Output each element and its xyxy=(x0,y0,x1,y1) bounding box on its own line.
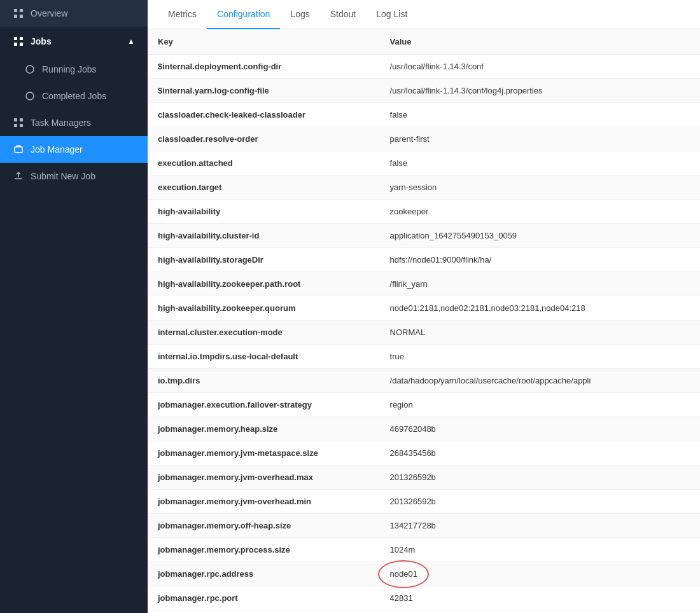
config-key-cell: jobmanager.memory.heap.size xyxy=(148,417,380,441)
config-key-cell: $internal.yarn.log-config-file xyxy=(148,79,380,103)
config-value-cell: false xyxy=(380,103,700,127)
config-value-cell: /flink_yarn xyxy=(380,272,700,296)
table-row: high-availability.zookeeper.path.root/fl… xyxy=(148,272,700,296)
config-value-cell: application_1642755490153_0059 xyxy=(380,224,700,248)
config-key-cell: jobmanager.memory.jvm-overhead.max xyxy=(148,465,380,490)
table-row: $internal.deployment.config-dir/usr/loca… xyxy=(148,55,700,79)
col-header-value: Value xyxy=(380,29,700,55)
sidebar-item-overview[interactable]: Overview xyxy=(0,0,148,27)
config-key-cell: high-availability.cluster-id xyxy=(148,224,380,248)
sidebar-label-running-jobs: Running Jobs xyxy=(42,64,97,74)
grid-icon xyxy=(13,8,24,19)
tabs-bar: MetricsConfigurationLogsStdoutLog List xyxy=(148,0,700,29)
config-value-cell: 469762048b xyxy=(380,417,700,441)
config-value-cell: yarn-session xyxy=(380,176,700,200)
sidebar-item-task-managers[interactable]: Task Managers xyxy=(0,109,148,136)
table-row: jobmanager.memory.jvm-metaspace.size2684… xyxy=(148,441,700,465)
sidebar-label-job-manager: Job Manager xyxy=(31,144,83,155)
svg-rect-10 xyxy=(14,118,17,121)
config-value-cell: 134217728b xyxy=(380,514,700,538)
config-key-cell: jobmanager.memory.jvm-overhead.min xyxy=(148,490,380,514)
circle-icon xyxy=(24,64,36,75)
sidebar-label-completed-jobs: Completed Jobs xyxy=(42,91,106,101)
table-row: jobmanager.memory.jvm-overhead.max201326… xyxy=(148,465,700,490)
svg-rect-7 xyxy=(20,43,23,46)
svg-rect-12 xyxy=(14,124,17,127)
sidebar-label-task-managers: Task Managers xyxy=(31,118,91,128)
svg-rect-2 xyxy=(14,15,17,18)
tab-configuration[interactable]: Configuration xyxy=(207,0,280,29)
config-key-cell: $internal.deployment.config-dir xyxy=(148,55,380,79)
svg-rect-13 xyxy=(20,124,23,127)
sidebar-item-job-manager[interactable]: Job Manager xyxy=(0,136,148,163)
table-row: internal.cluster.execution-modeNORMAL xyxy=(148,320,700,345)
config-key-cell: classloader.check-leaked-classloader xyxy=(148,103,380,127)
config-value-cell: false xyxy=(380,151,700,176)
tab-logs[interactable]: Logs xyxy=(280,0,319,29)
config-value-cell: 201326592b xyxy=(380,465,700,490)
config-value-cell: region xyxy=(380,393,700,417)
svg-rect-1 xyxy=(20,9,23,12)
sidebar-item-jobs[interactable]: Jobs▲ xyxy=(0,27,148,56)
config-key-cell: classloader.resolve-order xyxy=(148,127,380,151)
jobs-arrow-icon: ▲ xyxy=(127,37,135,46)
config-key-cell: high-availability.storageDir xyxy=(148,248,380,272)
table-row: $internal.yarn.log-config-file/usr/local… xyxy=(148,79,700,103)
sidebar-item-submit-new-job[interactable]: Submit New Job xyxy=(0,163,148,189)
config-value-cell: 201326592b xyxy=(380,490,700,514)
highlighted-value: node01 xyxy=(390,569,417,579)
list-icon xyxy=(13,36,24,47)
sidebar-item-completed-jobs[interactable]: Completed Jobs xyxy=(0,83,148,109)
config-key-cell: jobmanager.memory.process.size xyxy=(148,538,380,562)
sidebar-label-overview: Overview xyxy=(31,8,67,18)
table-row: jobmanager.memory.off-heap.size134217728… xyxy=(148,514,700,538)
sidebar: OverviewJobs▲Running JobsCompleted JobsT… xyxy=(0,0,148,613)
table-row: jobmanager.memory.process.size1024m xyxy=(148,538,700,562)
table-row: high-availability.storageDirhdfs://node0… xyxy=(148,248,700,272)
config-value-cell: hdfs://node01:9000/flink/ha/ xyxy=(380,248,700,272)
table-row: io.tmp.dirs/data/hadoop/yarn/local/userc… xyxy=(148,369,700,393)
config-key-cell: high-availability.zookeeper.quorum xyxy=(148,296,380,320)
config-value-cell: 268435456b xyxy=(380,441,700,465)
main-content: MetricsConfigurationLogsStdoutLog List K… xyxy=(148,0,700,613)
svg-rect-4 xyxy=(14,37,17,40)
circle-icon xyxy=(24,90,36,102)
config-value-cell: 1024m xyxy=(380,538,700,562)
config-value-cell: node01 xyxy=(380,562,700,586)
upload-icon xyxy=(13,170,24,182)
config-key-cell: jobmanager.memory.off-heap.size xyxy=(148,514,380,538)
table-container: Key Value $internal.deployment.config-di… xyxy=(148,29,700,613)
grid-icon xyxy=(13,117,24,128)
config-key-cell: high-availability xyxy=(148,200,380,224)
config-key-cell: high-availability.zookeeper.path.root xyxy=(148,272,380,296)
config-key-cell: jobmanager.rpc.address xyxy=(148,562,380,586)
sidebar-item-running-jobs[interactable]: Running Jobs xyxy=(0,56,148,83)
svg-point-8 xyxy=(26,65,34,73)
highlight-circle xyxy=(378,560,429,588)
svg-rect-5 xyxy=(20,37,23,40)
config-value-cell: zookeeper xyxy=(380,200,700,224)
table-row: jobmanager.memory.jvm-overhead.min201326… xyxy=(148,490,700,514)
tab-stdout[interactable]: Stdout xyxy=(320,0,366,29)
briefcase-icon xyxy=(13,144,24,155)
table-row: jobmanager.execution.failover-strategyre… xyxy=(148,393,700,417)
table-row: jobmanager.rpc.addressnode01 xyxy=(148,562,700,586)
table-row: classloader.resolve-orderparent-first xyxy=(148,127,700,151)
config-value-cell: /usr/local/flink-1.14.3/conf xyxy=(380,55,700,79)
config-value-cell: NORMAL xyxy=(380,320,700,345)
svg-rect-6 xyxy=(14,43,17,46)
config-key-cell: internal.io.tmpdirs.use-local-default xyxy=(148,345,380,369)
config-key-cell: execution.attached xyxy=(148,151,380,176)
table-row: classloader.check-leaked-classloaderfals… xyxy=(148,103,700,127)
table-row: high-availability.zookeeper.quorumnode01… xyxy=(148,296,700,320)
svg-point-9 xyxy=(26,92,34,100)
table-row: high-availability.cluster-idapplication_… xyxy=(148,224,700,248)
tab-log-list[interactable]: Log List xyxy=(366,0,417,29)
config-key-cell: jobmanager.rpc.port xyxy=(148,586,380,610)
config-key-cell: jobmanager.memory.jvm-metaspace.size xyxy=(148,441,380,465)
svg-rect-0 xyxy=(14,9,17,12)
tab-metrics[interactable]: Metrics xyxy=(158,0,207,29)
config-key-cell: execution.target xyxy=(148,176,380,200)
table-row: jobmanager.rpc.port42831 xyxy=(148,586,700,610)
table-row: execution.attachedfalse xyxy=(148,151,700,176)
